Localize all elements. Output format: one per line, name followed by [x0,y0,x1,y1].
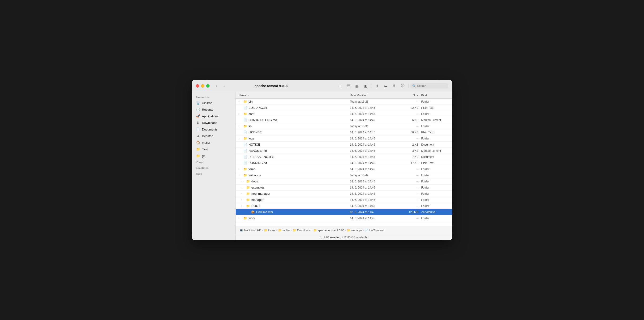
table-row[interactable]: 📄 RELEASE-NOTES 14. 6. 2024 at 14:45 7 K… [236,154,452,160]
sidebar-item-airdrop[interactable]: 📡 AirDrop [193,100,234,106]
table-row[interactable]: › 📁 manager 14. 6. 2024 at 14:45 -- Fold… [236,197,452,203]
users-folder-icon: 📁 [264,229,268,232]
close-button[interactable] [196,84,199,87]
breadcrumb-unitime[interactable]: 📄 UniTime.war [365,229,384,232]
file-name-cell: 📄 RUNNING.txt [238,161,350,165]
col-name-header[interactable]: Name ▼ [238,94,350,97]
sidebar-item-test[interactable]: 📁 Test [193,146,234,152]
sidebar-label-desktop: Desktop [202,134,213,138]
webapps-folder-icon: 📁 [347,229,350,232]
expand-arrow: › [242,186,245,189]
table-row[interactable]: 📄 RUNNING.txt 14. 6. 2024 at 14:45 17 KB… [236,160,452,166]
file-date: 14. 6. 2024 at 14:45 [350,180,395,183]
table-row[interactable]: › 📁 logs 14. 6. 2024 at 14:45 -- Folder [236,135,452,142]
table-row[interactable]: › 📁 webapps Today at 15:49 -- Folder [236,172,452,178]
file-kind: Folder [418,174,449,177]
table-row[interactable]: › 📁 host-manager 14. 6. 2024 at 14:45 --… [236,191,452,197]
breadcrumb-webapps[interactable]: 📁 webapps [347,229,362,232]
col-sort-icon: ▼ [247,94,249,96]
file-date: 14. 6. 2024 at 14:45 [350,168,395,171]
file-label: RUNNING.txt [248,161,267,165]
tag-button[interactable]: 🏷 [382,83,389,89]
sidebar-item-applications[interactable]: 🚀 Applications [193,113,234,119]
minimize-button[interactable] [201,84,204,87]
file-size: 3 KB [395,149,418,152]
sidebar: Favourites 📡 AirDrop 🕐 Recents 🚀 Applica… [192,92,236,240]
file-kind: Folder [418,204,449,208]
breadcrumb-users[interactable]: 📁 Users [264,229,276,232]
file-date: 14. 6. 2024 at 14:45 [350,112,395,116]
folder-icon: 📁 [243,100,247,103]
table-row[interactable]: 📄 README.md 14. 6. 2024 at 14:45 3 KB Ma… [236,148,452,154]
table-row[interactable]: › 📁 lib Today at 15:31 -- Folder [236,123,452,129]
sidebar-item-git[interactable]: 📁 git [193,152,234,159]
table-row[interactable]: › 📁 bin Today at 15:28 -- Folder [236,99,452,105]
col-kind-header[interactable]: Kind [418,94,449,97]
file-name-cell: › 📁 docs [242,180,350,183]
file-kind: Folder [418,192,449,195]
col-name-label: Name [238,94,246,97]
breadcrumb-muller[interactable]: 📁 muller [278,229,290,232]
col-date-header[interactable]: Date Modified [350,94,395,97]
table-row[interactable]: › 📁 conf 14. 6. 2024 at 14:45 -- Folder [236,111,452,117]
file-kind: Folder [418,186,449,189]
search-input[interactable] [417,84,446,87]
breadcrumb-label: muller [282,229,290,232]
breadcrumb-sep: › [363,229,364,232]
expand-arrow: › [242,192,245,195]
folder-icon: 📁 [246,192,250,195]
delete-button[interactable]: 🗑 [390,83,398,89]
sidebar-item-documents[interactable]: 📄 Documents [193,126,234,133]
file-size: 6 KB [395,118,418,122]
table-row[interactable]: 📄 LICENSE 14. 6. 2024 at 14:45 58 KB Pla… [236,129,452,135]
file-date: 14. 6. 2024 at 14:45 [350,131,395,134]
search-box[interactable]: 🔍 [410,83,448,88]
view-grid-button[interactable]: ⊞ [336,83,344,89]
table-row[interactable]: 📄 CONTRIBUTING.md 14. 6. 2024 at 14:45 6… [236,117,452,123]
view-list-button[interactable]: ☰ [345,83,352,89]
folder-icon: 📁 [243,167,247,171]
sidebar-item-muller[interactable]: 🏠 muller [193,139,234,146]
table-row[interactable]: 📄 NOTICE 14. 6. 2024 at 14:45 2 KB Docum… [236,142,452,148]
table-row[interactable]: › 📁 temp 14. 6. 2024 at 14:45 -- Folder [236,166,452,172]
view-columns-button[interactable]: ▦ [353,83,361,89]
table-row[interactable]: › 📁 examples 14. 6. 2024 at 14:45 -- Fol… [236,185,452,191]
file-size: 125 MB [395,211,418,214]
sidebar-item-desktop[interactable]: 🖥 Desktop [193,133,234,139]
unitime-file-icon: 📄 [365,229,368,232]
view-gallery-button[interactable]: ▣ [362,83,369,89]
breadcrumb-macintosh[interactable]: 💻 Macintosh HD [240,229,261,232]
share-button[interactable]: ⬆ [373,83,381,89]
file-list: › 📁 bin Today at 15:28 -- Folder 📄 BUILD… [236,99,452,226]
file-kind: Folder [418,198,449,202]
tags-header: Tags [192,170,236,176]
file-size: -- [395,112,418,116]
sidebar-item-recents[interactable]: 🕐 Recents [193,106,234,113]
file-name-cell: 📄 RELEASE-NOTES [238,155,350,159]
file-name-cell: 📄 README.md [238,149,350,152]
info-button[interactable]: ⓘ [399,83,406,89]
breadcrumb-apache[interactable]: 📁 apache-tomcat-9.0.90 [313,229,344,232]
file-kind: Plain Text [418,106,449,109]
table-row[interactable]: 📦 UniTime.war 18. 6. 2024 at 1:04 125 MB… [236,209,452,215]
list-icon: ☰ [347,84,350,88]
table-row[interactable]: 📄 BUILDING.txt 14. 6. 2024 at 14:45 22 K… [236,105,452,111]
file-kind: Folder [418,137,449,140]
applications-icon: 🚀 [196,114,200,118]
breadcrumb-label: UniTime.war [369,229,384,232]
sidebar-label-muller: muller [202,141,210,144]
file-date: 14. 6. 2024 at 14:45 [350,118,395,122]
sidebar-item-downloads[interactable]: ⬇ Downloads [193,119,234,126]
desktop-icon: 🖥 [196,134,200,138]
muller-folder-icon: 📁 [278,229,282,232]
table-row[interactable]: › 📁 docs 14. 6. 2024 at 14:45 -- Folder [236,178,452,185]
table-row[interactable]: › 📁 work 14. 6. 2024 at 14:45 -- Folder [236,215,452,221]
text-icon: 📄 [243,155,247,159]
folder-icon: 📁 [243,112,247,116]
table-row[interactable]: › 📁 ROOT 14. 6. 2024 at 14:45 -- Folder [236,203,452,209]
breadcrumb-downloads[interactable]: 📁 Downloads [293,229,311,232]
tag-icon: 🏷 [384,84,388,88]
file-name-cell: › 📁 logs [238,137,350,140]
col-size-header[interactable]: Size [395,94,418,97]
file-date: 14. 6. 2024 at 14:45 [350,198,395,202]
